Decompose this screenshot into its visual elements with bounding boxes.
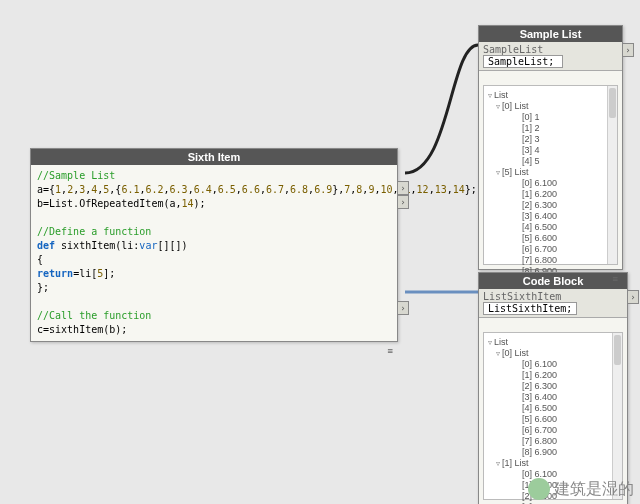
output-port-a[interactable]: ›: [397, 181, 409, 195]
preview-scrollbar[interactable]: [612, 333, 622, 499]
resize-grip-icon[interactable]: ≡: [613, 275, 619, 283]
input-row[interactable]: SampleListSampleList; ›: [479, 42, 622, 71]
output-port-c[interactable]: ›: [397, 301, 409, 315]
node-sample-list[interactable]: Sample List SampleListSampleList; › ≡ ▿L…: [478, 25, 623, 270]
preview-scrollbar[interactable]: [607, 86, 617, 264]
input-row[interactable]: ListSixthItemListSixthItem; ›: [479, 289, 627, 318]
node-sixth-item[interactable]: Sixth Item //Sample List a={1,2,3,4,5,{6…: [30, 148, 398, 342]
node-title: Sample List: [479, 26, 622, 42]
resize-grip-icon[interactable]: ≡: [388, 347, 394, 355]
input-label: ListSixthItem: [483, 291, 561, 302]
output-port-b[interactable]: ›: [397, 195, 409, 209]
code-editor[interactable]: //Sample List a={1,2,3,4,5,{6.1,6.2,6.3,…: [31, 165, 397, 341]
node-code-block[interactable]: Code Block ListSixthItemListSixthItem; ›…: [478, 272, 628, 504]
watermark: 建筑是湿的: [528, 478, 634, 500]
data-preview: ▿List ▿[0] List [0] 1 [1] 2 [2] 3 [3] 4 …: [483, 85, 618, 265]
output-port[interactable]: ›: [622, 43, 634, 57]
input-label: SampleList: [483, 44, 543, 55]
node-title: Code Block: [479, 273, 627, 289]
data-preview: ▿List ▿[0] List [0] 6.100 [1] 6.200 [2] …: [483, 332, 623, 500]
output-port[interactable]: ›: [627, 290, 639, 304]
node-title: Sixth Item: [31, 149, 397, 165]
input-value[interactable]: SampleList;: [483, 55, 563, 68]
input-value[interactable]: ListSixthItem;: [483, 302, 577, 315]
wechat-icon: [528, 478, 550, 500]
